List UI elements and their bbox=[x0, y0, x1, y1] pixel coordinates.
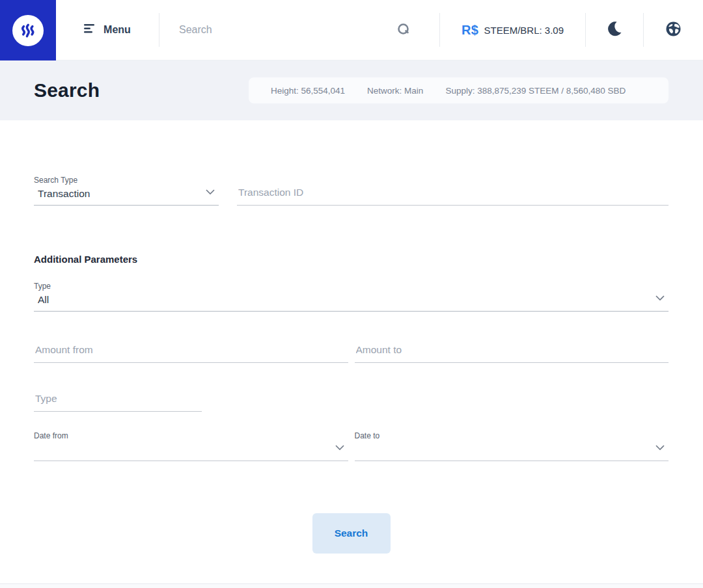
menu-icon bbox=[84, 24, 96, 36]
language-selector[interactable] bbox=[644, 0, 703, 60]
chevron-down-icon bbox=[335, 441, 344, 453]
chevron-down-icon bbox=[655, 291, 665, 303]
date-to-label: Date to bbox=[355, 431, 669, 440]
transaction-id-input[interactable] bbox=[237, 184, 669, 206]
search-submit-button[interactable]: Search bbox=[312, 513, 391, 554]
steem-logo-link[interactable] bbox=[0, 0, 56, 60]
amount-to-input[interactable] bbox=[355, 341, 669, 363]
currency-symbol: R$ bbox=[462, 23, 479, 38]
stat-height: Height: 56,554,041 bbox=[271, 86, 345, 96]
search-type-value: Transaction bbox=[34, 187, 219, 205]
type-filter-input[interactable] bbox=[34, 390, 202, 412]
stat-network: Network: Main bbox=[367, 86, 423, 96]
search-type-select[interactable]: Search Type Transaction bbox=[34, 176, 219, 206]
date-from-label: Date from bbox=[34, 431, 348, 440]
menu-label: Menu bbox=[103, 24, 131, 36]
amount-from-input[interactable] bbox=[34, 341, 348, 363]
price-ticker[interactable]: R$ STEEM/BRL: 3.09 bbox=[440, 0, 585, 60]
additional-parameters-title: Additional Parameters bbox=[34, 254, 669, 265]
search-icon bbox=[396, 22, 411, 38]
date-to-select[interactable]: Date to bbox=[355, 431, 669, 461]
operation-type-value: All bbox=[34, 293, 669, 311]
stat-supply: Supply: 388,875,239 STEEM / 8,560,480 SB… bbox=[445, 86, 626, 96]
price-label: STEEM/BRL: 3.09 bbox=[484, 25, 564, 36]
date-to-value bbox=[355, 442, 669, 461]
navbar-search-input[interactable] bbox=[179, 24, 393, 36]
navbar-search-area bbox=[159, 0, 439, 60]
date-from-value bbox=[34, 442, 348, 461]
menu-button[interactable]: Menu bbox=[56, 0, 159, 60]
page-header: Search Height: 56,554,041 Network: Main … bbox=[0, 60, 703, 120]
top-navbar: Menu R$ STEEM/BRL: 3.09 bbox=[0, 0, 703, 60]
operation-type-select[interactable]: Type All bbox=[34, 282, 669, 312]
search-type-label: Search Type bbox=[34, 176, 219, 185]
page-title: Search bbox=[34, 79, 100, 101]
moon-icon bbox=[606, 20, 623, 40]
steem-logo-icon bbox=[12, 15, 44, 46]
globe-icon bbox=[665, 21, 682, 40]
dark-mode-toggle[interactable] bbox=[586, 0, 643, 60]
chevron-down-icon bbox=[206, 185, 215, 197]
search-form: Search Type Transaction Additional Param… bbox=[0, 120, 703, 583]
chevron-down-icon bbox=[655, 441, 665, 453]
date-from-select[interactable]: Date from bbox=[34, 431, 348, 461]
operation-type-label: Type bbox=[34, 282, 669, 291]
chain-stats-bar: Height: 56,554,041 Network: Main Supply:… bbox=[249, 77, 669, 103]
footer-bar bbox=[0, 583, 703, 588]
navbar-search-button[interactable] bbox=[393, 18, 415, 42]
